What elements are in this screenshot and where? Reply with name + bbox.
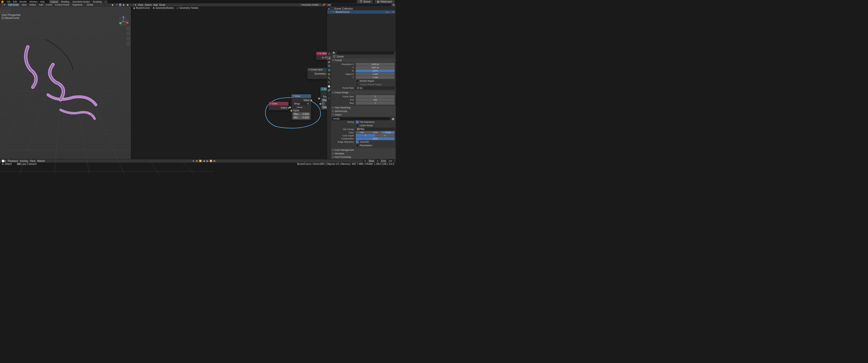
crop-checkbox[interactable]: Crop to Render Region: [332, 83, 395, 86]
view3d-menu-curve[interactable]: Curve: [45, 3, 53, 6]
operation-dropdown[interactable]: Wrap▾: [293, 102, 310, 105]
menu-window[interactable]: Window: [29, 0, 39, 3]
render-region-checkbox[interactable]: Render Region: [332, 79, 395, 83]
overwrite-checkbox[interactable]: Overwrite: [356, 140, 395, 143]
tab-constraints-icon[interactable]: 🔗: [327, 88, 331, 92]
aspect-x-field[interactable]: 1.000: [356, 73, 395, 76]
panel-post-processing[interactable]: Post Processing: [331, 155, 396, 159]
tab-material-icon[interactable]: ●: [327, 96, 331, 100]
view3d-menu-segments[interactable]: Segments: [71, 3, 83, 6]
nodetree-selector[interactable]: Geometry Nodes: [299, 3, 321, 6]
shading-wireframe-icon[interactable]: ⬡: [115, 3, 119, 6]
socket-out[interactable]: [326, 76, 327, 78]
node-menu-view[interactable]: View: [138, 3, 143, 6]
node-group-input[interactable]: Group Input Geometry: [307, 68, 327, 79]
socket-in[interactable]: [318, 98, 320, 100]
node-header[interactable]: Group Input: [307, 68, 327, 71]
tab-viewlayer-icon[interactable]: ▤: [327, 60, 331, 64]
resolution-pct-field[interactable]: 100%: [356, 69, 395, 72]
camera-view-icon[interactable]: [126, 37, 130, 40]
play-icon[interactable]: ▶: [206, 160, 209, 162]
tab-add[interactable]: +: [103, 0, 108, 3]
visibility-icon[interactable]: 👁: [385, 11, 388, 13]
max-field[interactable]: Max0.000: [293, 112, 310, 116]
end-frame-field[interactable]: 249: [387, 160, 394, 162]
menu-render[interactable]: Render: [19, 0, 28, 3]
color-depth-toggle[interactable]: 816: [356, 134, 395, 137]
tree-row-collection[interactable]: ▸ ⛶Scene Collection: [328, 7, 395, 10]
tab-modifier-icon[interactable]: 🔧: [327, 76, 331, 80]
node-header[interactable]: Is Viewport: [316, 52, 327, 55]
tab-scene-icon[interactable]: 🎬: [327, 64, 331, 68]
node-menu-select[interactable]: Select: [145, 3, 152, 6]
selectable-icon[interactable]: ▸: [389, 11, 391, 13]
shading-material-icon[interactable]: ◉: [122, 3, 125, 6]
seed-field[interactable]: Seed0: [322, 106, 327, 109]
view3d-menu-select[interactable]: Select: [29, 3, 37, 6]
render-icon[interactable]: 📷: [392, 11, 394, 13]
viewport-3d[interactable]: User Perspective (1) BezierCurve: [0, 6, 131, 159]
aspect-y-field[interactable]: 1.000: [356, 76, 395, 79]
node-index[interactable]: Index Index: [269, 102, 288, 110]
view3d-menu-control-points[interactable]: Control Points: [54, 3, 70, 6]
keyframe-next-icon[interactable]: ⏩: [210, 160, 213, 162]
socket-in[interactable]: [289, 106, 291, 108]
menu-help[interactable]: Help: [39, 0, 46, 3]
panel-header[interactable]: Format: [331, 59, 396, 62]
color-mode-toggle[interactable]: BWRGBRGBA: [356, 131, 395, 134]
node-random-value[interactable]: Random Value Value Boolean▾ Probabil0.47…: [320, 87, 327, 110]
search-input[interactable]: [337, 52, 394, 55]
editor-type-icon[interactable]: ≡▾: [328, 3, 331, 6]
tab-shading[interactable]: Shading: [59, 0, 71, 3]
tab-geometry-nodes[interactable]: Geometry Nodes: [71, 0, 91, 3]
resolution-y-field[interactable]: 1080 px: [356, 66, 395, 69]
node-header[interactable]: Index: [269, 102, 288, 105]
frame-end-field[interactable]: 249: [356, 98, 395, 101]
orientation-selector[interactable]: Global: [86, 3, 94, 6]
context-breadcrumb[interactable]: 🎬Scene: [331, 55, 396, 59]
compression-field[interactable]: 100%: [356, 137, 395, 140]
probability-field[interactable]: Probabil0.475: [322, 99, 327, 102]
editor-type-icon[interactable]: ⬚▾: [1, 3, 6, 6]
move-view-icon[interactable]: [126, 32, 130, 35]
tab-output-icon[interactable]: 🖨: [327, 56, 331, 60]
tree-row-object[interactable]: 〰BezierCurve 👁▸📷: [328, 10, 395, 13]
socket-out[interactable]: [310, 99, 312, 101]
perspective-icon[interactable]: [126, 42, 130, 45]
jump-end-icon[interactable]: ⏭: [213, 160, 216, 162]
frame-start-field[interactable]: 0: [356, 95, 395, 98]
cache-checkbox[interactable]: Cache Result: [332, 124, 395, 127]
file-format-dropdown[interactable]: 🖼 PNG: [356, 128, 395, 131]
node-editor[interactable]: ◈ BezierCurve › ⬘ GeometryNodes › ◇ Geom…: [131, 6, 327, 159]
panel-header[interactable]: Output: [331, 113, 396, 117]
type-dropdown[interactable]: Boolean▾: [322, 95, 327, 98]
panel-color-management[interactable]: Color Management: [331, 148, 396, 152]
start-frame-field[interactable]: 0: [375, 160, 380, 162]
clamp-checkbox[interactable]: Clamp: [291, 106, 311, 109]
frame-step-field[interactable]: 1: [356, 102, 395, 105]
socket-in[interactable]: [290, 110, 292, 111]
resolution-x-field[interactable]: 1920 px: [356, 63, 395, 66]
output-path-field[interactable]: /render: [332, 117, 390, 120]
view3d-menu-view[interactable]: View: [21, 3, 27, 6]
panel-header[interactable]: Frame Range: [331, 91, 396, 94]
browse-icon[interactable]: ▦: [391, 118, 395, 120]
node-canvas[interactable]: [131, 12, 327, 159]
panel-stereoscopy[interactable]: Stereoscopy: [331, 109, 396, 113]
mode-selector[interactable]: Edit Mode: [7, 3, 20, 6]
node-wrap[interactable]: Wrap Value Wrap▾ Clamp Value Max0.000 Mi…: [291, 94, 311, 120]
select-face-icon[interactable]: [7, 10, 10, 13]
breadcrumb-modifier[interactable]: ⬘ GeometryNodes: [153, 6, 174, 9]
pin-icon[interactable]: 📌: [322, 3, 325, 6]
current-frame-field[interactable]: 0: [363, 160, 368, 162]
panel-time-stretching[interactable]: Time Stretching: [331, 106, 396, 109]
tab-object-icon[interactable]: ▦: [327, 72, 331, 76]
node-is-viewport[interactable]: Is Viewport Is Viewport: [316, 52, 327, 60]
zoom-icon[interactable]: [126, 27, 130, 30]
menu-edit[interactable]: Edit: [12, 0, 18, 3]
editor-type-icon[interactable]: ⬚▾: [133, 3, 136, 6]
tab-world-icon[interactable]: 🌐: [327, 68, 331, 72]
shading-rendered-icon[interactable]: ◉: [126, 3, 129, 6]
tab-scripting[interactable]: Scripting: [91, 0, 103, 3]
tab-physics-icon[interactable]: ⬤: [327, 84, 331, 88]
